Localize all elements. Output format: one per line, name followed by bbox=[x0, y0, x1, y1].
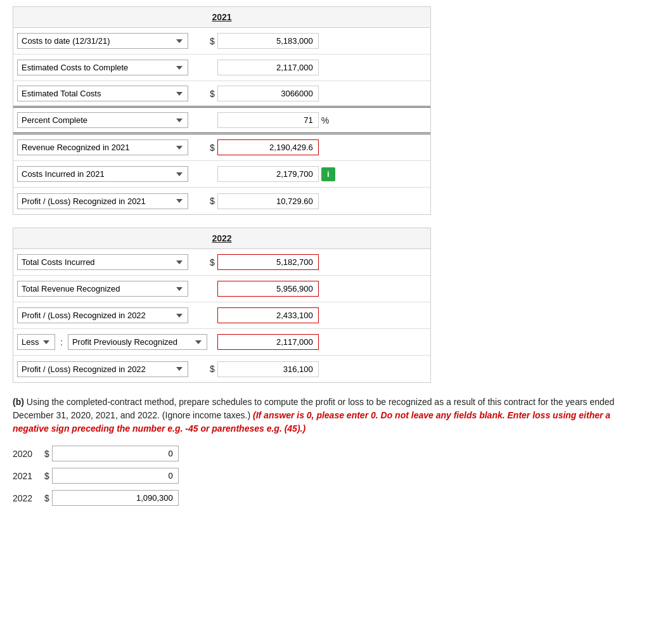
row-estimated-total-costs: Estimated Total Costs $ bbox=[13, 81, 430, 108]
row-total-revenue-recognized: Total Revenue Recognized $ bbox=[13, 276, 430, 302]
profit-loss-2022-a-select[interactable]: Profit / (Loss) Recognized in 2022 bbox=[17, 307, 188, 323]
row-total-revenue-recognized-label: Total Revenue Recognized bbox=[17, 281, 207, 297]
profit-previously-recognized-input[interactable] bbox=[217, 334, 319, 350]
row-revenue-recognized-2021: Revenue Recognized in 2021 $ bbox=[13, 134, 430, 161]
row-percent-complete: Percent Complete $ % bbox=[13, 108, 430, 134]
year-2020-dollar: $ bbox=[44, 449, 49, 459]
row-profit-loss-2022-b-label: Profit / (Loss) Recognized in 2022 bbox=[17, 361, 207, 377]
row-profit-loss-2022-a-label: Profit / (Loss) Recognized in 2022 bbox=[17, 307, 207, 323]
year-2021-input[interactable] bbox=[52, 468, 179, 484]
profit-loss-2022-b-input[interactable] bbox=[217, 361, 319, 377]
row-estimated-costs-complete-label: Estimated Costs to Complete bbox=[17, 60, 207, 75]
section-2021: 2021 Costs to date (12/31/21) $ Estimate… bbox=[13, 6, 431, 215]
percent-sign: % bbox=[321, 115, 329, 126]
info-badge[interactable]: i bbox=[321, 167, 335, 181]
section-2021-header: 2021 bbox=[13, 7, 430, 28]
row-profit-loss-2021-label: Profit / (Loss) Recognized in 2021 bbox=[17, 193, 207, 209]
row-profit-loss-2022-a: Profit / (Loss) Recognized in 2022 $ bbox=[13, 302, 430, 329]
dollar-sign-2: $ bbox=[210, 89, 215, 99]
year-2022-dollar: $ bbox=[44, 493, 49, 503]
year-row-2021: 2021 $ bbox=[13, 468, 636, 484]
year-inputs-container: 2020 $ 2021 $ 2022 $ bbox=[13, 446, 636, 506]
year-2020-label: 2020 bbox=[13, 449, 44, 459]
dollar-sign: $ bbox=[210, 36, 215, 46]
row-costs-to-date-label: Costs to date (12/31/21) bbox=[17, 33, 207, 49]
row-revenue-recognized-2021-label: Revenue Recognized in 2021 bbox=[17, 139, 207, 155]
costs-to-date-input[interactable] bbox=[217, 33, 319, 49]
revenue-recognized-2021-select[interactable]: Revenue Recognized in 2021 bbox=[17, 139, 188, 155]
section-2022: 2022 Total Costs Incurred $ Total Revenu… bbox=[13, 228, 431, 383]
dollar-sign-4: $ bbox=[210, 196, 215, 206]
less-select[interactable]: Less bbox=[17, 334, 55, 350]
row-profit-loss-2021: Profit / (Loss) Recognized in 2021 $ bbox=[13, 188, 430, 214]
row-estimated-costs-complete: Estimated Costs to Complete $ bbox=[13, 55, 430, 81]
row-less-profit-previously: Less : Profit Previously Recognized $ bbox=[13, 329, 430, 356]
total-revenue-recognized-input[interactable] bbox=[217, 281, 319, 297]
percent-complete-select[interactable]: Percent Complete bbox=[17, 112, 188, 128]
profit-loss-2021-select[interactable]: Profit / (Loss) Recognized in 2021 bbox=[17, 193, 188, 209]
year-row-2020: 2020 $ bbox=[13, 446, 636, 461]
row-estimated-total-costs-label: Estimated Total Costs bbox=[17, 86, 207, 101]
row-less-profit-label: Less : Profit Previously Recognized bbox=[17, 334, 207, 350]
total-revenue-recognized-select[interactable]: Total Revenue Recognized bbox=[17, 281, 188, 297]
total-costs-incurred-select[interactable]: Total Costs Incurred bbox=[17, 254, 188, 270]
colon: : bbox=[60, 337, 63, 347]
row-costs-to-date: Costs to date (12/31/21) $ bbox=[13, 28, 430, 55]
costs-to-date-select[interactable]: Costs to date (12/31/21) bbox=[17, 33, 188, 49]
percent-complete-input[interactable] bbox=[217, 112, 319, 128]
section-2021-title: 2021 bbox=[212, 12, 231, 22]
year-2021-label: 2021 bbox=[13, 471, 44, 481]
costs-incurred-2021-select[interactable]: Costs Incurred in 2021 bbox=[17, 166, 188, 182]
row-percent-complete-label: Percent Complete bbox=[17, 112, 207, 128]
estimated-total-costs-select[interactable]: Estimated Total Costs bbox=[17, 86, 188, 101]
year-2020-input[interactable] bbox=[52, 446, 179, 461]
row-costs-incurred-2021: Costs Incurred in 2021 $ i bbox=[13, 161, 430, 188]
row-profit-loss-2022-b: Profit / (Loss) Recognized in 2022 $ bbox=[13, 356, 430, 382]
row-total-costs-incurred-label: Total Costs Incurred bbox=[17, 254, 207, 270]
dollar-sign-3: $ bbox=[210, 143, 215, 153]
profit-previously-recognized-select[interactable]: Profit Previously Recognized bbox=[68, 334, 207, 350]
profit-loss-2022-a-input[interactable] bbox=[217, 307, 319, 323]
dollar-sign-5: $ bbox=[210, 257, 215, 267]
dollar-sign-6: $ bbox=[210, 364, 215, 374]
profit-loss-2021-input[interactable] bbox=[217, 193, 319, 209]
profit-loss-2022-b-select[interactable]: Profit / (Loss) Recognized in 2022 bbox=[17, 361, 188, 377]
instructions: (b) Using the completed-contract method,… bbox=[13, 396, 636, 435]
total-costs-incurred-input[interactable] bbox=[217, 254, 319, 270]
estimated-total-costs-input[interactable] bbox=[217, 86, 319, 101]
estimated-costs-complete-input[interactable] bbox=[217, 60, 319, 75]
row-costs-incurred-2021-label: Costs Incurred in 2021 bbox=[17, 166, 207, 182]
year-row-2022: 2022 $ bbox=[13, 490, 636, 506]
row-total-costs-incurred: Total Costs Incurred $ bbox=[13, 249, 430, 276]
section-2022-title: 2022 bbox=[212, 233, 231, 243]
year-2021-dollar: $ bbox=[44, 471, 49, 481]
costs-incurred-2021-input[interactable] bbox=[217, 166, 319, 182]
estimated-costs-complete-select[interactable]: Estimated Costs to Complete bbox=[17, 60, 188, 75]
year-2022-input[interactable] bbox=[52, 490, 179, 506]
revenue-recognized-2021-input[interactable] bbox=[217, 139, 319, 155]
year-2022-label: 2022 bbox=[13, 493, 44, 503]
section-2022-header: 2022 bbox=[13, 228, 430, 249]
